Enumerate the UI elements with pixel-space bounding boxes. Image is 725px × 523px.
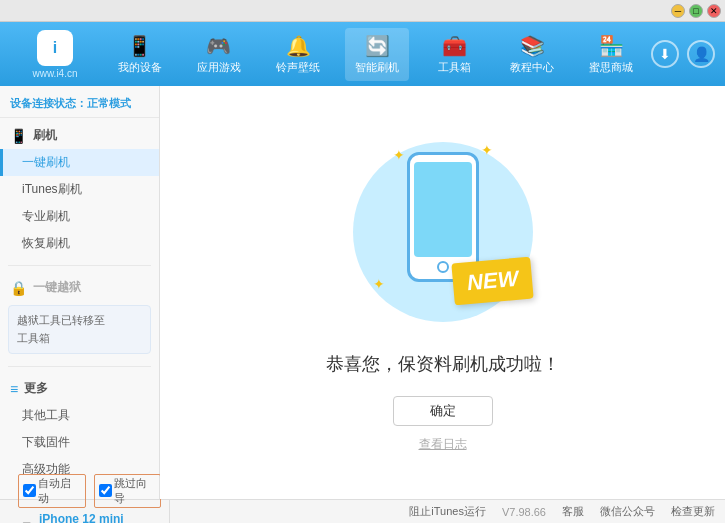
sidebar-item-pro-flash[interactable]: 专业刷机 [0,203,159,230]
skip-guide-label[interactable]: 跳过向导 [94,474,162,508]
nav-items: 📱 我的设备 🎮 应用游戏 🔔 铃声壁纸 🔄 智能刷机 🧰 工具箱 📚 教程中心… [100,28,651,81]
jailbreak-icon: 🔒 [10,280,27,296]
my-device-icon: 📱 [127,34,152,58]
jailbreak-notice-line2: 工具箱 [17,332,50,344]
skip-guide-checkbox[interactable] [99,484,112,497]
device-info: iPhone 12 mini 64GB Down-12mini-13.1 [39,512,128,524]
sidebar-item-itunes-flash[interactable]: iTunes刷机 [0,176,159,203]
nav-misi-store[interactable]: 🏪 蜜思商城 [579,28,643,81]
title-bar: ─ □ ✕ [0,0,725,22]
main-area: 设备连接状态：正常模式 📱 刷机 一键刷机 iTunes刷机 专业刷机 恢复刷机… [0,86,725,499]
auto-start-label[interactable]: 自动启动 [18,474,86,508]
logo-text: www.i4.cn [32,68,77,79]
status-prefix: 设备连接状态： [10,97,87,109]
flash-section-icon: 📱 [10,128,27,144]
flash-section-header: 📱 刷机 [0,122,159,149]
tutorial-icon: 📚 [520,34,545,58]
device-row: 📱 iPhone 12 mini 64GB Down-12mini-13.1 [18,510,161,524]
more-section-icon: ≡ [10,381,18,397]
new-badge: NEW [451,257,534,306]
maximize-button[interactable]: □ [689,4,703,18]
sidebar-divider-1 [8,265,151,266]
sidebar-item-download-firmware[interactable]: 下载固件 [0,429,159,456]
phone-home-button [437,261,449,273]
logo-area: i www.i4.cn [10,30,100,79]
device-name: iPhone 12 mini [39,512,128,524]
sparkle-1: ✦ [393,147,405,163]
jailbreak-label: 一键越狱 [33,279,81,296]
checkboxes-row: 自动启动 跳过向导 [18,474,161,508]
bottom-bar-left: 自动启动 跳过向导 📱 iPhone 12 mini 64GB Down-12m… [10,500,170,523]
more-section-label: 更多 [24,380,48,397]
auto-start-checkbox[interactable] [23,484,36,497]
nav-smart-flash-label: 智能刷机 [355,60,399,75]
nav-apps-games[interactable]: 🎮 应用游戏 [187,28,251,81]
top-nav: i www.i4.cn 📱 我的设备 🎮 应用游戏 🔔 铃声壁纸 🔄 智能刷机 … [0,22,725,86]
more-section: ≡ 更多 其他工具 下载固件 高级功能 [0,371,159,487]
nav-tutorial[interactable]: 📚 教程中心 [500,28,564,81]
download-button[interactable]: ⬇ [651,40,679,68]
minimize-button[interactable]: ─ [671,4,685,18]
jailbreak-notice-box: 越狱工具已转移至 工具箱 [8,305,151,354]
sidebar-item-restore-flash[interactable]: 恢复刷机 [0,230,159,257]
more-section-header: ≡ 更多 [0,375,159,402]
nav-apps-games-label: 应用游戏 [197,60,241,75]
version-text: V7.98.66 [502,506,546,518]
jailbreak-section: 🔒 一键越狱 越狱工具已转移至 工具箱 [0,270,159,362]
nav-ringtone-label: 铃声壁纸 [276,60,320,75]
nav-ringtone[interactable]: 🔔 铃声壁纸 [266,28,330,81]
flash-section-label: 刷机 [33,127,57,144]
close-button[interactable]: ✕ [707,4,721,18]
nav-my-device[interactable]: 📱 我的设备 [108,28,172,81]
skip-guide-text: 跳过向导 [114,476,157,506]
success-text: 恭喜您，保资料刷机成功啦！ [326,352,560,376]
calendar-link[interactable]: 查看日志 [419,436,467,453]
nav-toolbox-label: 工具箱 [438,60,471,75]
check-update-link[interactable]: 检查更新 [671,504,715,519]
content-area: ✦ ✦ ✦ NEW 恭喜您，保资料刷机成功啦！ 确定 查看日志 [160,86,725,499]
jailbreak-notice-line1: 越狱工具已转移至 [17,314,105,326]
toolbox-icon: 🧰 [442,34,467,58]
sidebar-item-other-tools[interactable]: 其他工具 [0,402,159,429]
wechat-link[interactable]: 微信公众号 [600,504,655,519]
nav-right-buttons: ⬇ 👤 [651,40,715,68]
sparkle-2: ✦ [481,142,493,158]
status-value: 正常模式 [87,97,131,109]
bottom-main: 阻止iTunes运行 V7.98.66 客服 微信公众号 检查更新 [170,504,715,519]
nav-misi-store-label: 蜜思商城 [589,60,633,75]
apps-games-icon: 🎮 [206,34,231,58]
nav-smart-flash[interactable]: 🔄 智能刷机 [345,28,409,81]
device-status-bar: 设备连接状态：正常模式 [0,90,159,118]
nav-tutorial-label: 教程中心 [510,60,554,75]
sparkle-3: ✦ [373,276,385,292]
nav-my-device-label: 我的设备 [118,60,162,75]
ringtone-icon: 🔔 [286,34,311,58]
smart-flash-icon: 🔄 [365,34,390,58]
misi-store-icon: 🏪 [599,34,624,58]
flash-section: 📱 刷机 一键刷机 iTunes刷机 专业刷机 恢复刷机 [0,118,159,261]
sidebar: 设备连接状态：正常模式 📱 刷机 一键刷机 iTunes刷机 专业刷机 恢复刷机… [0,86,160,499]
support-link[interactable]: 客服 [562,504,584,519]
bottom-bar: 自动启动 跳过向导 📱 iPhone 12 mini 64GB Down-12m… [0,499,725,523]
stop-itunes-link[interactable]: 阻止iTunes运行 [409,504,486,519]
account-button[interactable]: 👤 [687,40,715,68]
phone-screen [414,162,472,257]
auto-start-text: 自动启动 [38,476,81,506]
logo-icon: i [37,30,73,66]
phone-illustration: ✦ ✦ ✦ NEW [343,132,543,332]
sidebar-divider-2 [8,366,151,367]
confirm-button[interactable]: 确定 [393,396,493,426]
nav-toolbox[interactable]: 🧰 工具箱 [425,28,485,81]
sidebar-item-one-key-flash[interactable]: 一键刷机 [0,149,159,176]
jailbreak-section-header: 🔒 一键越狱 [0,274,159,301]
